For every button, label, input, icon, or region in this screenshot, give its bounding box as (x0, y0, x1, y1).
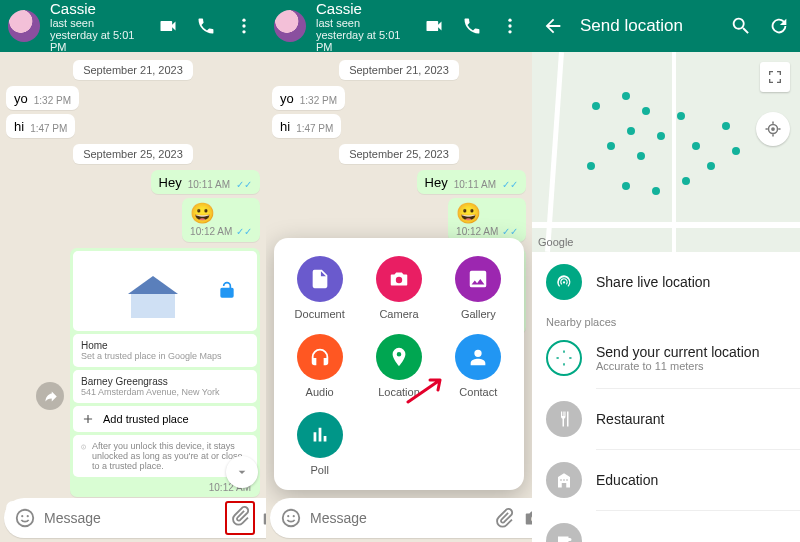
message-out[interactable]: Hey10:11 AM✓✓ (417, 170, 526, 194)
last-seen: last seen yesterday at 5:01 PM (316, 17, 410, 53)
send-current-location[interactable]: Send your current location Accurate to 1… (532, 328, 800, 388)
svg-point-8 (27, 515, 29, 517)
read-ticks-icon: ✓✓ (236, 226, 252, 237)
fullscreen-button[interactable] (760, 62, 790, 92)
video-icon (424, 16, 444, 36)
attach-label: Camera (379, 308, 418, 320)
more-button[interactable] (496, 16, 524, 36)
search-icon[interactable] (730, 15, 752, 37)
message-input[interactable] (310, 510, 485, 526)
video-call-button[interactable] (154, 16, 182, 36)
video-call-button[interactable] (420, 16, 448, 36)
message-in[interactable]: hi1:47 PM (272, 114, 341, 138)
voice-call-button[interactable] (192, 16, 220, 36)
voice-call-button[interactable] (458, 16, 486, 36)
attach-label: Contact (459, 386, 497, 398)
home-title: Home (81, 340, 249, 351)
more-button[interactable] (230, 16, 258, 36)
attach-icon[interactable] (229, 505, 251, 527)
category-label: Education (596, 472, 658, 488)
message-text: Hey (425, 175, 448, 190)
input-bar (4, 498, 262, 538)
forward-button[interactable] (36, 382, 64, 410)
avatar[interactable] (8, 10, 40, 42)
more-vert-icon (234, 16, 254, 36)
share-live-location[interactable]: Share live location (532, 252, 800, 312)
avatar[interactable] (274, 10, 306, 42)
category-icon-wrap (546, 523, 582, 542)
info-text: After you unlock this device, it stays u… (92, 441, 249, 471)
emoji-icon[interactable] (14, 507, 36, 529)
message-emoji: 😀 (456, 203, 481, 223)
message-text: hi (14, 119, 24, 134)
message-input[interactable] (44, 510, 219, 526)
svg-point-2 (242, 30, 245, 33)
scroll-to-bottom[interactable] (226, 456, 258, 488)
attach-icon[interactable] (493, 507, 515, 529)
refresh-icon[interactable] (768, 15, 790, 37)
unlock-icon (217, 281, 237, 301)
video-icon (158, 16, 178, 36)
message-out[interactable]: 😀10:12 AM ✓✓ (448, 198, 526, 242)
target-icon-wrap (546, 340, 582, 376)
read-ticks-icon: ✓✓ (502, 179, 518, 190)
message-time: 10:11 AM (454, 179, 496, 190)
message-time: 1:47 PM (30, 123, 67, 134)
chat-header: Cassie last seen yesterday at 5:01 PM (0, 0, 266, 52)
headphones-icon (309, 346, 331, 368)
attach-document[interactable]: Document (295, 256, 345, 320)
attach-camera[interactable]: Camera (376, 256, 422, 320)
location-header: Send location (532, 0, 800, 52)
attach-gallery[interactable]: Gallery (455, 256, 501, 320)
info-icon (81, 441, 86, 453)
chevron-down-icon (234, 464, 250, 480)
accuracy-label: Accurate to 11 meters (596, 360, 759, 372)
svg-point-0 (242, 19, 245, 22)
add-trusted-place[interactable]: Add trusted place (73, 406, 257, 432)
place-address: 541 Amsterdam Avenue, New York (81, 387, 249, 397)
page-title: Send location (580, 16, 714, 36)
my-location-button[interactable] (756, 112, 790, 146)
card-place-section: Barney Greengrass 541 Amsterdam Avenue, … (73, 370, 257, 403)
attach-poll[interactable]: Poll (297, 412, 343, 476)
attach-contact[interactable]: Contact (455, 334, 501, 398)
attach-label: Poll (310, 464, 328, 476)
map[interactable]: Google (532, 52, 800, 252)
back-icon[interactable] (542, 15, 564, 37)
message-out[interactable]: 😀10:12 AM ✓✓ (182, 198, 260, 242)
attach-location[interactable]: Location (376, 334, 422, 398)
message-in[interactable]: yo1:32 PM (6, 86, 79, 110)
message-time: 10:12 AM (190, 226, 232, 237)
cup-icon (555, 532, 573, 542)
attachment-sheet: Document Camera Gallery Audio Location C… (274, 238, 524, 490)
message-time: 1:32 PM (300, 95, 337, 106)
message-text: hi (280, 119, 290, 134)
camera-fill-icon (388, 268, 410, 290)
nearby-restaurant[interactable]: Restaurant (532, 389, 800, 449)
message-in[interactable]: hi1:47 PM (6, 114, 75, 138)
nearby-item[interactable] (532, 511, 800, 542)
gallery-icon (467, 268, 489, 290)
chat-body[interactable]: September 21, 2023 yo1:32 PM hi1:47 PM S… (0, 52, 266, 494)
header-title-block[interactable]: Cassie last seen yesterday at 5:01 PM (316, 0, 410, 53)
card-home-section: Home Set a trusted place in Google Maps (73, 334, 257, 367)
emoji-icon[interactable] (280, 507, 302, 529)
nearby-education[interactable]: Education (532, 450, 800, 510)
contact-name: Cassie (316, 0, 410, 17)
message-text: Hey (159, 175, 182, 190)
message-out[interactable]: Hey10:11 AM✓✓ (151, 170, 260, 194)
poll-icon (309, 424, 331, 446)
message-in[interactable]: yo1:32 PM (272, 86, 345, 110)
read-ticks-icon: ✓✓ (236, 179, 252, 190)
date-separator: September 21, 2023 (339, 60, 459, 80)
attach-audio[interactable]: Audio (297, 334, 343, 398)
svg-point-15 (287, 515, 289, 517)
date-separator: September 25, 2023 (339, 144, 459, 164)
chat-header: Cassie last seen yesterday at 5:01 PM (266, 0, 532, 52)
date-separator: September 21, 2023 (73, 60, 193, 80)
svg-point-14 (283, 510, 300, 527)
header-title-block[interactable]: Cassie last seen yesterday at 5:01 PM (50, 0, 144, 53)
camera-icon[interactable] (523, 507, 532, 529)
message-time: 1:32 PM (34, 95, 71, 106)
svg-point-6 (17, 510, 34, 527)
